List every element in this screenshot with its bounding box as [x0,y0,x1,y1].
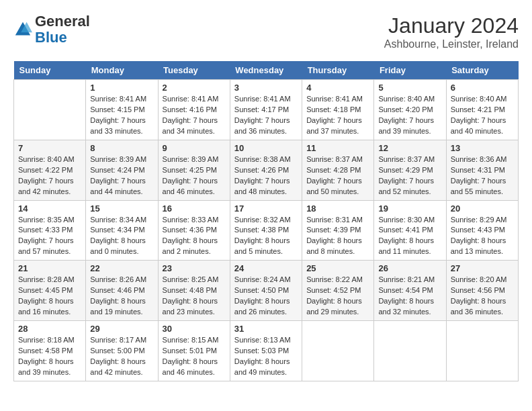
calendar-week-row: 28Sunrise: 8:18 AMSunset: 4:58 PMDayligh… [14,321,519,381]
day-info: Sunrise: 8:39 AMSunset: 4:25 PMDaylight:… [163,154,226,197]
title-area: January 2024 Ashbourne, Leinster, Irelan… [384,13,519,50]
day-number: 1 [90,83,153,93]
day-info: Sunrise: 8:37 AMSunset: 4:28 PMDaylight:… [306,154,369,197]
day-info: Sunrise: 8:40 AMSunset: 4:22 PMDaylight:… [18,154,81,197]
day-number: 24 [234,263,298,273]
day-info: Sunrise: 8:21 AMSunset: 4:54 PMDaylight:… [378,275,441,318]
calendar-cell: 1Sunrise: 8:41 AMSunset: 4:15 PMDaylight… [86,80,158,140]
day-info: Sunrise: 8:41 AMSunset: 4:16 PMDaylight:… [163,94,226,137]
day-info: Sunrise: 8:26 AMSunset: 4:46 PMDaylight:… [90,275,153,318]
day-info: Sunrise: 8:25 AMSunset: 4:48 PMDaylight:… [163,275,226,318]
day-number: 2 [163,83,226,93]
calendar-cell: 22Sunrise: 8:26 AMSunset: 4:46 PMDayligh… [86,261,158,321]
calendar-cell: 6Sunrise: 8:40 AMSunset: 4:21 PMDaylight… [446,80,518,140]
calendar-cell: 16Sunrise: 8:33 AMSunset: 4:36 PMDayligh… [158,200,230,261]
month-title: January 2024 [384,13,519,38]
calendar-header-row: SundayMondayTuesdayWednesdayThursdayFrid… [14,61,519,80]
day-info: Sunrise: 8:18 AMSunset: 4:58 PMDaylight:… [18,335,81,378]
calendar-header-saturday: Saturday [446,61,518,80]
day-info: Sunrise: 8:15 AMSunset: 5:01 PMDaylight:… [163,335,226,378]
day-info: Sunrise: 8:13 AMSunset: 5:03 PMDaylight:… [234,335,298,378]
calendar-cell: 11Sunrise: 8:37 AMSunset: 4:28 PMDayligh… [302,140,374,200]
calendar-cell [446,321,518,381]
calendar-header-monday: Monday [86,61,158,80]
day-number: 22 [90,263,153,273]
calendar-cell: 23Sunrise: 8:25 AMSunset: 4:48 PMDayligh… [158,261,230,321]
day-info: Sunrise: 8:39 AMSunset: 4:24 PMDaylight:… [90,154,153,197]
logo: General Blue [13,13,90,46]
day-info: Sunrise: 8:41 AMSunset: 4:15 PMDaylight:… [90,94,153,137]
calendar-header-sunday: Sunday [14,61,86,80]
calendar-cell [14,80,86,140]
header: General Blue January 2024 Ashbourne, Lei… [13,13,519,50]
calendar-cell: 19Sunrise: 8:30 AMSunset: 4:41 PMDayligh… [374,200,446,261]
calendar-header-thursday: Thursday [302,61,374,80]
day-number: 15 [90,203,153,214]
day-number: 4 [306,83,369,93]
day-number: 17 [234,203,298,214]
calendar-cell: 17Sunrise: 8:32 AMSunset: 4:38 PMDayligh… [230,200,302,261]
day-info: Sunrise: 8:40 AMSunset: 4:21 PMDaylight:… [451,94,514,137]
calendar-header-friday: Friday [374,61,446,80]
calendar-week-row: 21Sunrise: 8:28 AMSunset: 4:45 PMDayligh… [14,261,519,321]
calendar-cell: 31Sunrise: 8:13 AMSunset: 5:03 PMDayligh… [230,321,302,381]
day-info: Sunrise: 8:30 AMSunset: 4:41 PMDaylight:… [378,215,441,258]
calendar-cell: 28Sunrise: 8:18 AMSunset: 4:58 PMDayligh… [14,321,86,381]
location-title: Ashbourne, Leinster, Ireland [384,38,519,50]
calendar-cell: 25Sunrise: 8:22 AMSunset: 4:52 PMDayligh… [302,261,374,321]
day-number: 28 [18,324,81,334]
logo-blue-text: Blue [35,29,67,46]
calendar-cell: 18Sunrise: 8:31 AMSunset: 4:39 PMDayligh… [302,200,374,261]
day-info: Sunrise: 8:17 AMSunset: 5:00 PMDaylight:… [90,335,153,378]
day-info: Sunrise: 8:41 AMSunset: 4:17 PMDaylight:… [234,94,298,137]
calendar-cell: 3Sunrise: 8:41 AMSunset: 4:17 PMDaylight… [230,80,302,140]
day-info: Sunrise: 8:32 AMSunset: 4:38 PMDaylight:… [234,215,298,258]
day-info: Sunrise: 8:33 AMSunset: 4:36 PMDaylight:… [163,215,226,258]
calendar-week-row: 1Sunrise: 8:41 AMSunset: 4:15 PMDaylight… [14,80,519,140]
day-info: Sunrise: 8:22 AMSunset: 4:52 PMDaylight:… [306,275,369,318]
calendar-cell: 26Sunrise: 8:21 AMSunset: 4:54 PMDayligh… [374,261,446,321]
day-info: Sunrise: 8:41 AMSunset: 4:18 PMDaylight:… [306,94,369,137]
day-info: Sunrise: 8:36 AMSunset: 4:31 PMDaylight:… [451,154,514,197]
calendar-cell: 8Sunrise: 8:39 AMSunset: 4:24 PMDaylight… [86,140,158,200]
calendar-cell: 21Sunrise: 8:28 AMSunset: 4:45 PMDayligh… [14,261,86,321]
calendar-header-wednesday: Wednesday [230,61,302,80]
day-number: 16 [163,203,226,214]
day-number: 10 [234,143,298,153]
day-number: 5 [378,83,441,93]
day-info: Sunrise: 8:28 AMSunset: 4:45 PMDaylight:… [18,275,81,318]
day-number: 25 [306,263,369,273]
calendar-header-tuesday: Tuesday [158,61,230,80]
day-info: Sunrise: 8:34 AMSunset: 4:34 PMDaylight:… [90,215,153,258]
calendar-cell: 29Sunrise: 8:17 AMSunset: 5:00 PMDayligh… [86,321,158,381]
logo-general-text: General [35,13,90,30]
general-blue-logo-icon [13,20,32,39]
day-number: 20 [451,203,514,214]
day-number: 9 [163,143,226,153]
day-number: 7 [18,143,81,153]
day-info: Sunrise: 8:37 AMSunset: 4:29 PMDaylight:… [378,154,441,197]
calendar-cell: 30Sunrise: 8:15 AMSunset: 5:01 PMDayligh… [158,321,230,381]
day-number: 30 [163,324,226,334]
calendar-cell: 15Sunrise: 8:34 AMSunset: 4:34 PMDayligh… [86,200,158,261]
day-number: 14 [18,203,81,214]
day-info: Sunrise: 8:38 AMSunset: 4:26 PMDaylight:… [234,154,298,197]
day-number: 11 [306,143,369,153]
calendar-cell: 4Sunrise: 8:41 AMSunset: 4:18 PMDaylight… [302,80,374,140]
day-info: Sunrise: 8:35 AMSunset: 4:33 PMDaylight:… [18,215,81,258]
day-number: 3 [234,83,298,93]
calendar-cell: 20Sunrise: 8:29 AMSunset: 4:43 PMDayligh… [446,200,518,261]
calendar-cell [374,321,446,381]
day-number: 27 [451,263,514,273]
calendar-cell: 13Sunrise: 8:36 AMSunset: 4:31 PMDayligh… [446,140,518,200]
day-number: 12 [378,143,441,153]
day-info: Sunrise: 8:24 AMSunset: 4:50 PMDaylight:… [234,275,298,318]
day-number: 29 [90,324,153,334]
day-info: Sunrise: 8:31 AMSunset: 4:39 PMDaylight:… [306,215,369,258]
day-number: 19 [378,203,441,214]
calendar-cell [302,321,374,381]
day-number: 21 [18,263,81,273]
day-number: 13 [451,143,514,153]
day-number: 18 [306,203,369,214]
calendar-cell: 14Sunrise: 8:35 AMSunset: 4:33 PMDayligh… [14,200,86,261]
